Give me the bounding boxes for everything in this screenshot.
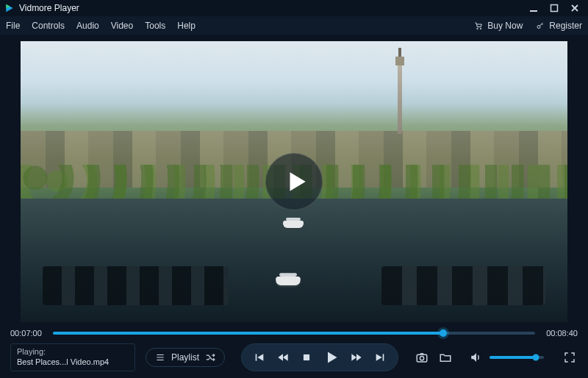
svg-rect-3	[551, 5, 558, 12]
menu-item-controls[interactable]: Controls	[32, 21, 65, 31]
maximize-button[interactable]	[548, 2, 560, 14]
play-button[interactable]	[321, 347, 342, 368]
menu-right: Buy Now Register	[474, 21, 582, 31]
svg-marker-7	[290, 172, 306, 191]
video-thumb-boat	[276, 277, 301, 285]
close-button[interactable]	[569, 2, 581, 14]
menu-item-tools[interactable]: Tools	[145, 21, 165, 31]
video-thumb-boats-right	[381, 266, 545, 305]
register-label: Register	[549, 21, 582, 31]
svg-marker-10	[278, 354, 283, 360]
rewind-button[interactable]	[274, 349, 292, 366]
svg-point-5	[481, 28, 482, 29]
menu-left: File Controls Audio Video Tools Help	[6, 21, 196, 31]
svg-marker-15	[356, 354, 362, 360]
video-area	[0, 35, 588, 325]
shuffle-icon	[205, 352, 215, 363]
fast-forward-button[interactable]	[348, 349, 365, 366]
volume-slider[interactable]	[490, 356, 544, 359]
register-button[interactable]: Register	[536, 21, 582, 31]
video-thumb-boats-left	[43, 266, 229, 305]
next-button[interactable]	[371, 349, 389, 366]
playlist-button[interactable]: Playlist	[146, 348, 225, 367]
controls-bar: Playing: Best Places...l Video.mp4 Playl…	[0, 341, 588, 378]
volume-knob[interactable]	[532, 354, 539, 361]
video-thumb-boat	[283, 221, 304, 228]
stop-button[interactable]	[298, 349, 315, 366]
volume-fill	[490, 356, 536, 359]
svg-point-6	[537, 25, 540, 28]
video-frame[interactable]	[21, 41, 567, 322]
play-overlay-button[interactable]	[265, 153, 323, 210]
open-file-button[interactable]	[438, 350, 453, 365]
seek-bar[interactable]	[53, 332, 535, 335]
seek-bar-knob[interactable]	[440, 329, 447, 337]
menu-icon	[155, 352, 165, 363]
svg-marker-16	[376, 354, 382, 360]
svg-marker-14	[351, 354, 356, 360]
now-playing-panel: Playing: Best Places...l Video.mp4	[10, 343, 135, 371]
previous-button[interactable]	[251, 349, 268, 366]
seek-bar-fill	[53, 332, 443, 335]
progress-row: 00:07:00 00:08:40	[0, 325, 588, 341]
now-playing-filename: Best Places...l Video.mp4	[17, 357, 129, 368]
window-controls	[528, 2, 585, 14]
buy-now-button[interactable]: Buy Now	[474, 21, 523, 31]
menu-item-help[interactable]: Help	[177, 21, 196, 31]
playlist-label: Playlist	[171, 352, 199, 363]
now-playing-label: Playing:	[17, 347, 129, 357]
time-current: 00:07:00	[10, 329, 46, 338]
title-bar: Vidmore Player	[0, 0, 588, 16]
buy-now-label: Buy Now	[487, 21, 523, 31]
time-total: 00:08:40	[542, 329, 578, 338]
cart-icon	[474, 21, 483, 30]
menu-item-audio[interactable]: Audio	[76, 21, 99, 31]
svg-marker-20	[471, 353, 476, 362]
volume-group	[469, 350, 544, 365]
menu-bar: File Controls Audio Video Tools Help Buy…	[0, 16, 588, 35]
play-icon	[284, 169, 309, 194]
volume-button[interactable]	[469, 350, 484, 365]
app-logo-icon	[4, 3, 15, 13]
svg-point-4	[477, 28, 478, 29]
transport-controls	[241, 343, 398, 371]
video-thumb-tower	[398, 64, 402, 135]
svg-rect-2	[530, 10, 537, 12]
svg-rect-18	[417, 354, 427, 362]
minimize-button[interactable]	[528, 2, 539, 14]
svg-point-19	[420, 357, 423, 360]
snapshot-button[interactable]	[415, 350, 429, 365]
capture-open-group	[415, 350, 453, 365]
svg-marker-11	[283, 354, 288, 360]
menu-item-file[interactable]: File	[6, 21, 20, 31]
svg-marker-13	[328, 352, 337, 363]
menu-item-video[interactable]: Video	[111, 21, 133, 31]
fullscreen-button[interactable]	[562, 349, 578, 365]
key-icon	[536, 21, 545, 30]
svg-marker-9	[257, 354, 263, 360]
svg-rect-12	[304, 354, 309, 360]
svg-rect-8	[256, 354, 257, 360]
app-title: Vidmore Player	[19, 3, 79, 13]
svg-rect-17	[383, 354, 384, 360]
